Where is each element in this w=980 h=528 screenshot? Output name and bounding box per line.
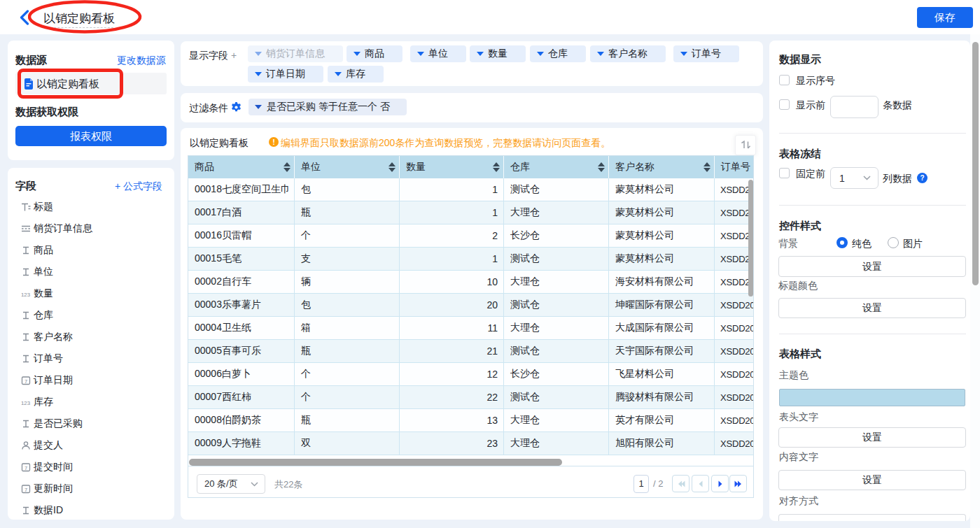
svg-text:123: 123: [21, 292, 31, 298]
svg-text:123: 123: [21, 400, 31, 406]
svg-text:7: 7: [24, 378, 27, 385]
svg-text:7: 7: [24, 465, 27, 471]
svg-text:7: 7: [24, 487, 27, 493]
